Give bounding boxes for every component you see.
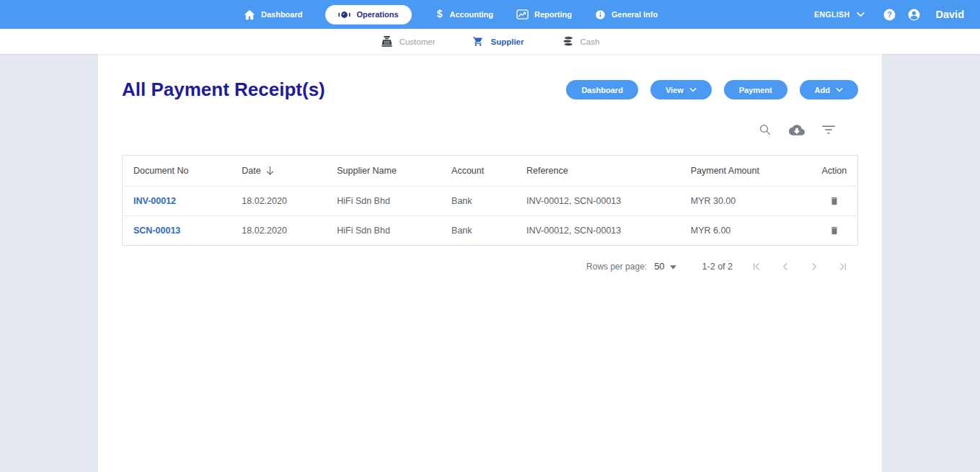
first-page-icon (751, 262, 762, 272)
top-navbar-right: ENGLISH ? David (814, 0, 964, 29)
delete-button[interactable] (829, 195, 839, 207)
filter-icon (822, 125, 835, 134)
nav-item-label: Accounting (450, 10, 494, 19)
column-header-document-no[interactable]: Document No (123, 156, 231, 187)
subnav-item-customer[interactable]: Customer (381, 36, 436, 47)
cell-account: Bank (441, 216, 516, 246)
button-label: Add (815, 86, 830, 94)
nav-item-reporting[interactable]: Reporting (516, 9, 572, 19)
help-button[interactable]: ? (883, 8, 896, 22)
caret-down-icon (670, 265, 676, 270)
column-header-account[interactable]: Account (441, 156, 516, 187)
chevron-left-icon (780, 262, 790, 272)
svg-text:?: ? (887, 10, 892, 19)
nav-item-accounting[interactable]: $ Accounting (435, 9, 494, 20)
cash-register-icon (381, 36, 393, 47)
column-header-action: Action (811, 156, 858, 187)
cell-supplier-name: HiFi Sdn Bhd (326, 216, 441, 246)
pagination: Rows per page: 50 1-2 of 2 (122, 261, 858, 272)
filter-button[interactable] (821, 125, 836, 134)
table-toolbar (122, 123, 858, 136)
chevron-down-icon (689, 88, 697, 92)
main-nav: Dashboard Operations $ Accounting Report… (244, 0, 658, 29)
cell-supplier-name: HiFi Sdn Bhd (326, 187, 441, 216)
chevron-down-icon (857, 12, 865, 17)
table-row: INV-00012 18.02.2020 HiFi Sdn Bhd Bank I… (123, 187, 858, 216)
home-icon (244, 9, 255, 20)
subnav-item-label: Supplier (490, 37, 524, 46)
sort-desc-icon (265, 166, 275, 176)
pager-controls (751, 262, 848, 272)
account-button[interactable] (907, 8, 921, 22)
nav-item-label: Reporting (534, 10, 572, 19)
subnav-item-cash[interactable]: Cash (562, 36, 600, 47)
svg-text:$: $ (436, 9, 442, 19)
last-page-button[interactable] (838, 262, 848, 272)
receipts-table: Document No Date Supplier Name Account R… (122, 155, 858, 246)
first-page-button[interactable] (751, 262, 762, 272)
nav-item-dashboard[interactable]: Dashboard (244, 9, 302, 20)
column-header-label: Date (242, 166, 260, 176)
table-header-row: Document No Date Supplier Name Account R… (123, 156, 858, 187)
next-page-button[interactable] (809, 262, 819, 272)
chart-icon (516, 9, 529, 19)
subnav-item-label: Customer (399, 37, 436, 46)
title-row: All Payment Receipt(s) Dashboard View Pa… (122, 79, 858, 101)
nav-item-general-info[interactable]: General Info (595, 9, 658, 20)
last-page-icon (838, 262, 848, 272)
cell-date: 18.02.2020 (231, 187, 326, 216)
add-dropdown-button[interactable]: Add (800, 80, 858, 99)
shopping-cart-icon (472, 36, 484, 47)
page-title: All Payment Receipt(s) (122, 79, 325, 101)
subnav-item-label: Cash (581, 37, 600, 46)
previous-page-button[interactable] (780, 262, 790, 272)
column-header-reference[interactable]: Reference (516, 156, 680, 187)
cell-date: 18.02.2020 (231, 216, 326, 246)
info-icon (595, 9, 606, 20)
export-button[interactable] (789, 125, 805, 135)
language-selector[interactable]: ENGLISH (814, 10, 864, 19)
dollar-icon: $ (435, 9, 444, 20)
language-label: ENGLISH (814, 10, 849, 19)
column-header-supplier-name[interactable]: Supplier Name (326, 156, 441, 187)
search-icon (759, 123, 772, 136)
trash-icon (829, 225, 839, 236)
delete-button[interactable] (829, 225, 839, 236)
subnav-item-supplier[interactable]: Supplier (472, 36, 524, 47)
table-row: SCN-00013 18.02.2020 HiFi Sdn Bhd Bank I… (123, 216, 858, 246)
view-dropdown-button[interactable]: View (650, 80, 712, 99)
page-background: All Payment Receipt(s) Dashboard View Pa… (0, 54, 980, 472)
payment-button[interactable]: Payment (724, 80, 787, 99)
operations-icon (338, 10, 350, 19)
user-icon (907, 8, 921, 22)
trash-icon (829, 195, 839, 207)
chevron-down-icon (836, 88, 843, 92)
button-label: Dashboard (581, 86, 622, 94)
column-header-payment-amount[interactable]: Payment Amount (680, 156, 811, 187)
cell-reference: INV-00012, SCN-00013 (516, 187, 680, 216)
rows-per-page-select[interactable]: 50 (654, 261, 676, 272)
coins-icon (562, 36, 574, 47)
chevron-right-icon (809, 262, 819, 272)
button-label: View (666, 86, 684, 94)
cell-reference: INV-00012, SCN-00013 (516, 216, 680, 246)
rows-per-page-value: 50 (654, 261, 664, 272)
pagination-range: 1-2 of 2 (702, 262, 733, 272)
nav-item-label: Operations (356, 10, 398, 19)
page-actions: Dashboard View Payment Add (566, 80, 858, 99)
button-label: Payment (739, 86, 772, 94)
document-link[interactable]: INV-00012 (133, 196, 176, 206)
dashboard-button[interactable]: Dashboard (566, 80, 637, 99)
top-navbar: Dashboard Operations $ Accounting Report… (0, 0, 980, 29)
document-link[interactable]: SCN-00013 (133, 226, 180, 236)
cell-account: Bank (441, 187, 516, 216)
nav-item-label: General Info (612, 10, 658, 19)
help-icon: ? (883, 8, 896, 22)
cell-payment-amount: MYR 30.00 (680, 187, 811, 216)
column-header-date[interactable]: Date (231, 156, 326, 187)
username[interactable]: David (936, 9, 965, 20)
nav-item-operations[interactable]: Operations (325, 5, 411, 25)
nav-item-label: Dashboard (261, 10, 302, 19)
rows-per-page-label: Rows per page: (586, 262, 647, 272)
search-button[interactable] (757, 123, 773, 136)
